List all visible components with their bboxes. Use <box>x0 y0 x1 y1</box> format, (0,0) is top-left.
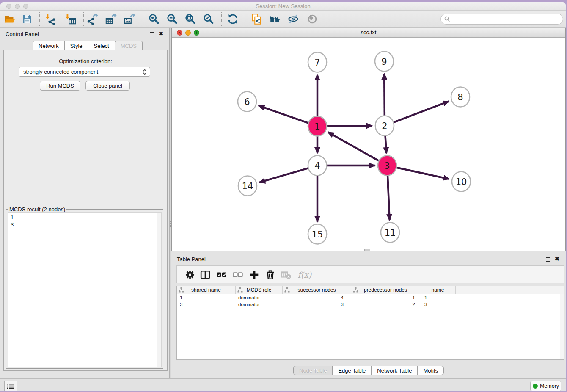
dropdown-stepper-icon <box>142 69 147 75</box>
graph-node-label: 11 <box>385 228 396 238</box>
tab-mcds[interactable]: MCDS <box>115 41 143 51</box>
memory-button[interactable]: Memory <box>530 381 561 391</box>
table-options-icon[interactable] <box>183 268 197 282</box>
graph-node-label: 2 <box>382 121 387 131</box>
graph-edge-3-10[interactable] <box>396 167 449 179</box>
tab-edge-table[interactable]: Edge Table <box>332 366 372 375</box>
status-bar: Memory <box>0 378 566 391</box>
toolbar-separator <box>143 12 143 26</box>
network-frame-titlebar[interactable]: × − + scc.txt <box>172 28 565 38</box>
delete-table-icon[interactable] <box>279 268 293 282</box>
deselect-all-columns-icon[interactable] <box>231 268 245 282</box>
open-file-icon[interactable] <box>3 12 17 26</box>
task-history-button[interactable] <box>4 381 17 391</box>
toolbar-separator <box>39 12 40 26</box>
delete-columns-icon[interactable] <box>264 268 277 282</box>
column-header-MCDS-role[interactable]: MCDS role <box>236 286 283 294</box>
window-title: Session: New Session <box>0 3 566 9</box>
import-table-icon[interactable] <box>63 12 77 26</box>
float-table-panel-icon[interactable] <box>546 257 550 262</box>
first-neighbors-icon[interactable] <box>268 12 282 26</box>
optimization-criterion-label: Optimization criterion: <box>3 58 168 64</box>
column-header-name[interactable]: name <box>420 286 456 294</box>
graph-edge-1-2[interactable] <box>326 126 372 126</box>
column-header-label: MCDS role <box>247 287 272 293</box>
table-cell: 4 <box>283 294 351 301</box>
close-table-panel-icon[interactable]: ✖ <box>555 255 559 263</box>
column-header-shared-name[interactable]: shared name <box>177 286 236 294</box>
run-mcds-button[interactable]: Run MCDS <box>40 81 80 91</box>
graph-edge-2-3[interactable] <box>385 135 386 153</box>
horizontal-split-handle[interactable] <box>364 249 370 251</box>
column-header-successor-nodes[interactable]: successor nodes <box>283 286 351 294</box>
table-cell: 3 <box>177 301 236 308</box>
tab-motifs[interactable]: Motifs <box>417 366 444 375</box>
network-canvas[interactable]: 7968124314101511 <box>172 38 565 251</box>
search-icon <box>444 16 450 22</box>
control-panel-title: Control Panel <box>6 31 39 37</box>
graph-node-label: 10 <box>456 177 467 187</box>
graph-edge-2-8[interactable] <box>393 101 449 122</box>
create-column-icon[interactable] <box>248 268 261 282</box>
control-panel-tabs: NetworkStyleSelectMCDS <box>33 41 143 50</box>
graph-edge-3-1[interactable] <box>328 132 379 161</box>
zoom-fit-icon[interactable] <box>184 12 197 26</box>
search-input[interactable] <box>452 15 563 23</box>
zoom-out-icon[interactable] <box>165 12 179 26</box>
table-panel: Table Panel ✖ f(x) <box>171 254 566 378</box>
close-panel-icon[interactable]: ✖ <box>159 30 163 38</box>
graph-node-label: 1 <box>314 121 320 132</box>
export-network-icon[interactable] <box>86 12 99 26</box>
tab-node-table[interactable]: Node Table <box>293 366 333 375</box>
column-header-predecessor-nodes[interactable]: predecessor nodes <box>351 286 420 294</box>
export-table-icon[interactable] <box>105 12 118 26</box>
hide-graphics-details-icon[interactable] <box>286 12 300 26</box>
table-cell: 1 <box>351 294 420 301</box>
graph-node-label: 15 <box>312 229 323 240</box>
graph-node-label: 14 <box>242 181 253 191</box>
float-panel-icon[interactable] <box>150 32 154 36</box>
graph-node-label: 3 <box>384 161 390 171</box>
criterion-dropdown[interactable]: strongly connected component <box>19 67 150 77</box>
close-panel-button[interactable]: Close panel <box>85 81 130 91</box>
table-row[interactable]: 1dominator411 <box>177 294 564 301</box>
import-network-icon[interactable] <box>44 12 57 26</box>
table-cell: dominator <box>236 294 283 301</box>
refresh-view-icon[interactable] <box>226 12 239 26</box>
graph-node-label: 9 <box>381 57 387 67</box>
control-panel: Control Panel ✖ NetworkStyleSelectMCDS O… <box>0 28 169 378</box>
graph-edge-3-11[interactable] <box>388 174 390 220</box>
mcds-result-line: 3 <box>11 221 161 228</box>
table-header-row: shared nameMCDS rolesuccessor nodesprede… <box>177 286 564 294</box>
search-field[interactable] <box>440 14 563 25</box>
tab-network[interactable]: Network <box>33 41 65 50</box>
duplicate-network-icon[interactable] <box>250 12 263 26</box>
node-table: shared nameMCDS rolesuccessor nodesprede… <box>176 286 564 360</box>
tab-network-table[interactable]: Network Table <box>371 366 418 375</box>
graph-edge-2-9[interactable] <box>384 74 385 117</box>
zoom-selected-icon[interactable] <box>202 12 215 26</box>
show-column-panel-icon[interactable] <box>198 268 212 282</box>
show-graphics-details-icon[interactable] <box>306 12 319 26</box>
zoom-in-icon[interactable] <box>147 12 161 26</box>
tab-select[interactable]: Select <box>88 41 115 50</box>
split-handle[interactable] <box>170 221 171 228</box>
function-builder-icon[interactable]: f(x) <box>295 268 314 282</box>
criterion-value: strongly connected component <box>23 69 142 75</box>
save-session-icon[interactable] <box>20 12 34 26</box>
column-header-label: shared name <box>191 287 221 293</box>
graph-edge-4-14[interactable] <box>259 168 309 182</box>
toolbar-separator <box>245 12 245 26</box>
export-image-icon[interactable] <box>123 12 137 26</box>
tab-style[interactable]: Style <box>64 41 88 50</box>
graph-edge-1-6[interactable] <box>259 106 309 124</box>
column-header-label: predecessor nodes <box>364 287 407 293</box>
mcds-result-scrollbar[interactable] <box>157 213 161 367</box>
mcds-result-textarea[interactable]: 13 <box>8 212 162 367</box>
mcds-result-group: MCDS result (2 nodes) 13 <box>6 209 163 369</box>
table-scrollbar[interactable] <box>560 294 564 359</box>
select-all-columns-icon[interactable] <box>215 268 228 282</box>
main-toolbar <box>0 11 566 28</box>
table-panel-title: Table Panel <box>177 256 206 262</box>
table-row[interactable]: 3dominator323 <box>177 301 564 308</box>
